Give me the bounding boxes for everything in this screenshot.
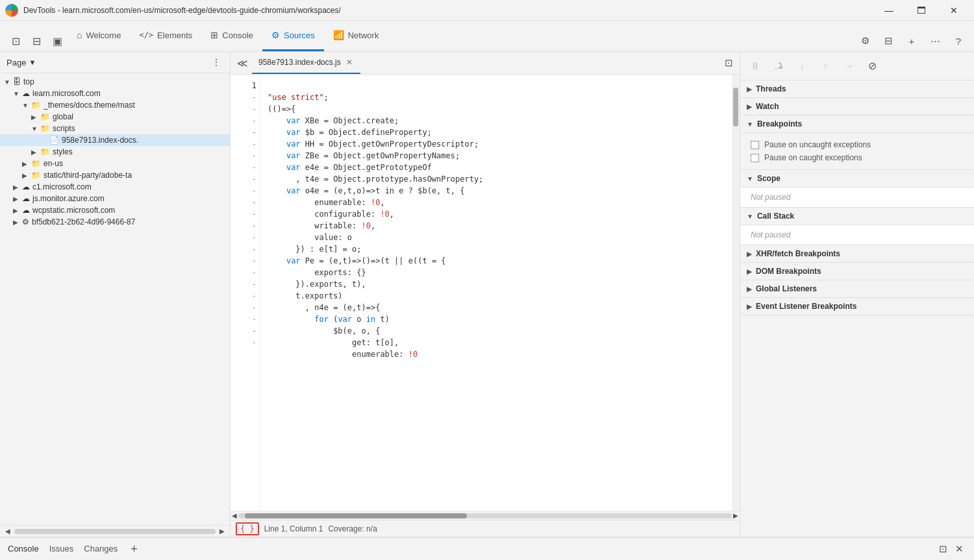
line-num-22: - [236,325,256,337]
tab-welcome[interactable]: ⌂ Welcome [68,21,130,51]
cloud-icon-wcpstatic: ☁ [22,206,30,215]
chevron-down-icon: ▼ [29,58,36,66]
cloud-icon-c1: ☁ [22,182,30,191]
devtools-tab-bar: ⊡ ⊟ ▣ ⌂ Welcome </> Elements ⊞ Console ⚙… [0,21,974,52]
debugger-sections: ▶ Threads ▶ Watch ▼ Breakpoints Pause on… [740,80,974,537]
bottom-tab-changes[interactable]: Changes [84,541,118,557]
tab-elements[interactable]: </> Elements [130,21,201,51]
tree-item-static[interactable]: ▶ 📁 static/third-party/adobe-ta [0,169,230,181]
tree-item-js-monitor[interactable]: ▶ ☁ js.monitor.azure.com [0,193,230,204]
tree-item-wcpstatic[interactable]: ▶ ☁ wcpstatic.microsoft.com [0,204,230,216]
threads-section-header[interactable]: ▶ Threads [740,80,974,98]
line-num-17: - [236,267,256,278]
code-tab-close-button[interactable]: ✕ [345,58,354,67]
app-logo [5,4,18,17]
callstack-section-header[interactable]: ▼ Call Stack [740,208,974,225]
maximize-button[interactable]: 🗖 [906,0,936,21]
tab-network[interactable]: 📶 Network [324,21,388,51]
tree-label-en-us: en-us [44,159,63,168]
scrollbar-thumb[interactable] [733,88,738,127]
format-button[interactable]: { } [236,522,259,535]
tab-sources[interactable]: ⚙ Sources [262,21,324,51]
vertical-scrollbar[interactable] [732,75,740,511]
step-out-button[interactable]: ↑ [816,56,835,76]
minimize-button[interactable]: — [874,0,904,21]
add-tab-button[interactable]: + [901,30,922,51]
xhr-section-header[interactable]: ▶ XHR/fetch Breakpoints [740,245,974,263]
step-button[interactable]: → [839,56,858,76]
dock-to-bottom-button[interactable]: ⊡ [936,541,950,557]
bottom-tab-console[interactable]: Console [8,541,39,557]
hscroll-right[interactable]: ▶ [733,512,738,519]
hscroll-thumb[interactable] [245,513,467,518]
collapse-sidebar-button[interactable]: ≪ [233,57,252,69]
code-area[interactable]: 1 - - - - - - - - - - - - - - - - - - - [231,75,740,511]
tree-item-learn-ms[interactable]: ▼ ☁ learn.microsoft.com [0,88,230,99]
code-tab-bar: ≪ 958e7913.index-docs.js ✕ ⊡ [231,52,740,75]
scroll-left-button[interactable]: ◀ [4,528,12,535]
file-tree-panel: Page ▼ ⋮ ▼ 🗄 top ▼ ☁ learn.microsoft.com [0,52,231,537]
console-icon: ⊞ [210,30,218,40]
tree-item-en-us[interactable]: ▶ 📁 en-us [0,158,230,169]
elements-icon: </> [139,30,153,40]
welcome-icon: ⌂ [77,30,82,40]
tree-label-static: static/third-party/adobe-ta [44,171,132,180]
tree-label-js-monitor: js.monitor.azure.com [32,194,105,203]
scroll-right-button[interactable]: ▶ [218,528,226,535]
tab-console[interactable]: ⊞ Console [201,21,262,51]
dom-section-header[interactable]: ▶ DOM Breakpoints [740,263,974,280]
tree-item-indexfile[interactable]: ▶ 📄 958e7913.index-docs. [0,134,230,146]
tree-item-bf5d[interactable]: ▶ ⚙ bf5db621-2b62-4d96-9466-87 [0,216,230,228]
file-tree-header: Page ▼ ⋮ [0,52,230,73]
pause-uncaught-checkbox[interactable] [751,141,759,149]
more-button[interactable]: ⋯ [925,30,945,51]
line-num-2: - [236,91,256,103]
event-listener-section-header[interactable]: ▶ Event Listener Breakpoints [740,298,974,315]
global-section-header[interactable]: ▶ Global Listeners [740,280,974,298]
deactivate-breakpoints-button[interactable]: ⊘ [862,56,882,76]
line-num-21: - [236,313,256,325]
bottom-tab-issues[interactable]: Issues [49,541,74,557]
step-over-button[interactable] [769,56,788,76]
customize-button[interactable]: ⚙ [855,30,875,51]
tree-item-themes[interactable]: ▼ 📁 _themes/docs.theme/mast [0,99,230,111]
tree-item-c1[interactable]: ▶ ☁ c1.microsoft.com [0,181,230,193]
expand-editor-button[interactable]: ⊡ [721,57,737,69]
settings-button[interactable]: ⊟ [878,30,899,51]
line-num-15: - [236,243,256,255]
tree-label-themes: _themes/docs.theme/mast [44,101,135,110]
code-tab-indexfile[interactable]: 958e7913.index-docs.js ✕ [252,52,360,74]
breakpoints-label: Breakpoints [757,119,802,128]
dock-right-button[interactable]: ▣ [47,30,68,51]
tree-item-styles[interactable]: ▶ 📁 styles [0,146,230,158]
tree-item-top[interactable]: ▼ 🗄 top [0,76,230,88]
dock-left-button[interactable]: ⊡ [5,30,26,51]
help-button[interactable]: ? [948,30,969,51]
watch-section-header[interactable]: ▶ Watch [740,98,974,116]
breakpoints-section-header[interactable]: ▼ Breakpoints [740,116,974,133]
close-button[interactable]: ✕ [939,0,969,21]
pause-button[interactable]: ⏸ [745,56,765,76]
step-into-button[interactable]: ↓ [792,56,812,76]
panel-menu-button[interactable]: ⋮ [209,56,223,69]
code-status-bar: { } Line 1, Column 1 Coverage: n/a [231,520,740,537]
panel-title: Page ▼ [6,58,36,67]
hscroll-left[interactable]: ◀ [232,512,237,519]
close-drawer-button[interactable]: ✕ [953,541,966,557]
code-editor-panel: ≪ 958e7913.index-docs.js ✕ ⊡ 1 - - - - -… [231,52,740,537]
tree-arrow-en-us: ▶ [22,160,31,167]
dock-split-button[interactable]: ⊟ [26,30,47,51]
add-panel-button[interactable]: + [128,542,140,556]
code-content[interactable]: "use strict"; (()=>{ var XBe = Object.cr… [260,75,732,511]
hscroll-track[interactable] [238,513,732,518]
tree-item-scripts[interactable]: ▼ 📁 scripts [0,123,230,134]
tree-arrow-scripts: ▼ [31,125,40,132]
cloud-icon-js-monitor: ☁ [22,194,30,203]
event-listener-label: Event Listener Breakpoints [756,302,856,311]
horizontal-scrollbar[interactable] [14,529,216,534]
folder-icon-scripts: 📁 [40,124,50,133]
pause-caught-checkbox[interactable] [751,154,759,162]
event-listener-arrow-icon: ▶ [747,303,752,310]
scope-section-header[interactable]: ▼ Scope [740,170,974,188]
tree-item-global[interactable]: ▶ 📁 global [0,111,230,123]
